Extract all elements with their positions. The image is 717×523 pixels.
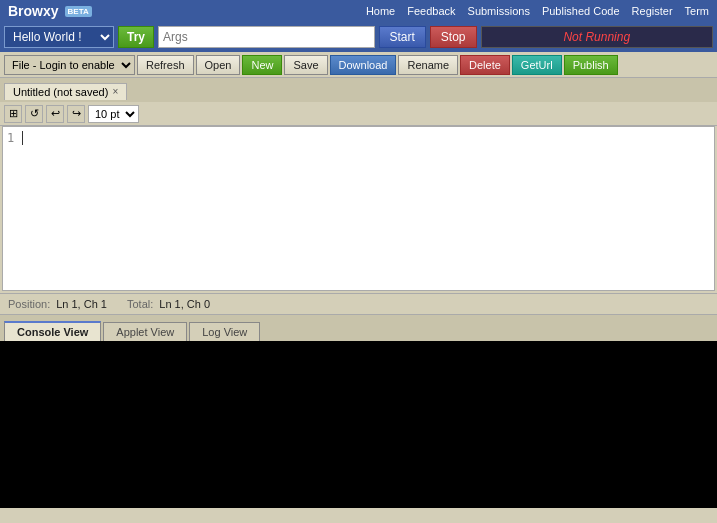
logo-area: Browxy BETA <box>8 3 92 19</box>
top-nav: Browxy BETA Home Feedback Submissions Pu… <box>0 0 717 22</box>
editor-toolbar: ⊞ ↺ ↩ ↪ 8 pt9 pt10 pt11 pt12 pt14 pt <box>0 102 717 126</box>
position-section: Position: Ln 1, Ch 1 <box>8 298 107 310</box>
save-button[interactable]: Save <box>284 55 327 75</box>
editor-tab-row: Untitled (not saved) × <box>0 78 717 102</box>
refresh-button[interactable]: Refresh <box>137 55 194 75</box>
start-button[interactable]: Start <box>379 26 426 48</box>
redo-icon: ↪ <box>72 107 81 120</box>
find-replace-icon: ↺ <box>30 107 39 120</box>
download-button[interactable]: Download <box>330 55 397 75</box>
font-size-select[interactable]: 8 pt9 pt10 pt11 pt12 pt14 pt <box>88 105 139 123</box>
undo-button[interactable]: ↩ <box>46 105 64 123</box>
redo-button[interactable]: ↪ <box>67 105 85 123</box>
open-button[interactable]: Open <box>196 55 241 75</box>
logo-text: Browxy <box>8 3 59 19</box>
tab-applet-view[interactable]: Applet View <box>103 322 187 341</box>
editor-container: Untitled (not saved) × ⊞ ↺ ↩ ↪ 8 pt9 pt1… <box>0 78 717 291</box>
toolbar-row2: File - Login to enable Refresh Open New … <box>0 52 717 78</box>
editor-tab-close[interactable]: × <box>112 86 118 97</box>
new-button[interactable]: New <box>242 55 282 75</box>
nav-submissions[interactable]: Submissions <box>468 5 530 17</box>
toolbar-row1: Hello World ! Try Start Stop Not Running <box>0 22 717 52</box>
line-number-1: 1 <box>7 131 14 145</box>
console-area <box>0 341 717 508</box>
args-input[interactable] <box>158 26 374 48</box>
publish-button[interactable]: Publish <box>564 55 618 75</box>
total-value: Ln 1, Ch 0 <box>159 298 210 310</box>
total-label: Total: <box>127 298 153 310</box>
status-display: Not Running <box>481 26 713 48</box>
nav-feedback[interactable]: Feedback <box>407 5 455 17</box>
undo-icon: ↩ <box>51 107 60 120</box>
script-selector[interactable]: Hello World ! <box>4 26 114 48</box>
nav-links: Home Feedback Submissions Published Code… <box>366 5 709 17</box>
bottom-tabs: Console View Applet View Log View <box>0 315 717 341</box>
file-select[interactable]: File - Login to enable <box>4 55 135 75</box>
editor-tab[interactable]: Untitled (not saved) × <box>4 83 127 100</box>
code-editor[interactable]: 1 <box>2 126 715 291</box>
position-value: Ln 1, Ch 1 <box>56 298 107 310</box>
tab-console-view[interactable]: Console View <box>4 321 101 341</box>
nav-register[interactable]: Register <box>632 5 673 17</box>
find-replace-button[interactable]: ↺ <box>25 105 43 123</box>
geturl-button[interactable]: GetUrl <box>512 55 562 75</box>
status-bar: Position: Ln 1, Ch 1 Total: Ln 1, Ch 0 <box>0 293 717 315</box>
delete-button[interactable]: Delete <box>460 55 510 75</box>
nav-published-code[interactable]: Published Code <box>542 5 620 17</box>
position-label: Position: <box>8 298 50 310</box>
tab-log-view[interactable]: Log View <box>189 322 260 341</box>
text-cursor <box>22 131 23 145</box>
try-button[interactable]: Try <box>118 26 154 48</box>
beta-badge: BETA <box>65 6 92 17</box>
nav-home[interactable]: Home <box>366 5 395 17</box>
find-icon: ⊞ <box>9 107 18 120</box>
total-section: Total: Ln 1, Ch 0 <box>127 298 210 310</box>
find-button[interactable]: ⊞ <box>4 105 22 123</box>
nav-term[interactable]: Term <box>685 5 709 17</box>
rename-button[interactable]: Rename <box>398 55 458 75</box>
stop-button[interactable]: Stop <box>430 26 477 48</box>
editor-tab-title: Untitled (not saved) <box>13 86 108 98</box>
